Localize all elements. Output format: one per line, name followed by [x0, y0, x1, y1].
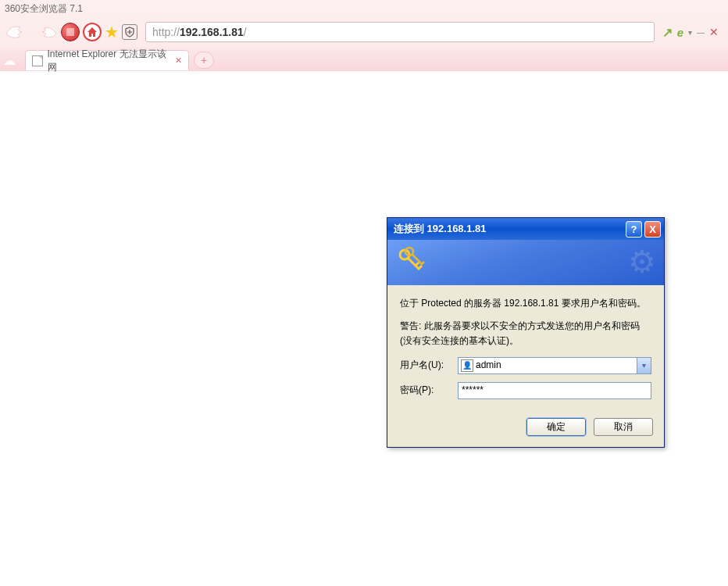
keys-icon	[397, 245, 428, 280]
menu-dropdown-icon[interactable]: —	[697, 28, 705, 37]
ok-button[interactable]: 确定	[526, 418, 586, 436]
auth-dialog: 连接到 192.168.1.81 ? X ⚙ 位于 Protected 的服务器…	[387, 217, 665, 448]
dialog-footer: 确定 取消	[387, 410, 664, 447]
dialog-banner: ⚙	[387, 240, 664, 285]
tab-label: Internet Explorer 无法显示该网	[48, 48, 170, 74]
dialog-title: 连接到 192.168.1.81	[391, 222, 623, 236]
favorites-icon[interactable]: ★	[105, 23, 119, 41]
cloud-icon[interactable]: ☁	[3, 53, 22, 67]
window-close-icon[interactable]: ✕	[709, 26, 719, 38]
tab-active[interactable]: Internet Explorer 无法显示该网 ✕	[25, 50, 189, 70]
dialog-message-1: 位于 Protected 的服务器 192.168.1.81 要求用户名和密码。	[400, 296, 651, 311]
username-dropdown-icon[interactable]: ▾	[637, 358, 651, 373]
window-title: 360安全浏览器 7.1	[5, 2, 83, 16]
back-wing-icon[interactable]	[5, 23, 33, 41]
stop-icon[interactable]	[61, 23, 80, 41]
dialog-message-2: 警告: 此服务器要求以不安全的方式发送您的用户名和密码(没有安全连接的基本认证)…	[400, 319, 651, 348]
password-row: 密码(P): ******	[400, 382, 651, 399]
banner-decoration: ⚙	[628, 244, 656, 280]
username-value: admin	[476, 358, 501, 373]
address-bar[interactable]: http://192.168.1.81/	[145, 22, 655, 42]
username-label: 用户名(U):	[400, 358, 458, 373]
url-protocol: http://	[152, 26, 180, 38]
password-field[interactable]: ******	[458, 382, 651, 399]
cancel-button[interactable]: 取消	[594, 418, 653, 436]
dialog-close-button[interactable]: X	[644, 221, 661, 238]
share-icon[interactable]: ↗	[662, 25, 673, 40]
window-title-bar: 360安全浏览器 7.1	[0, 0, 728, 17]
toolbar: ★ http://192.168.1.81/ ↗ e ▾ — ✕	[0, 17, 728, 47]
password-value: ******	[462, 383, 484, 398]
toolbar-right: ↗ e ▾ — ✕	[662, 25, 723, 40]
security-shield-icon[interactable]	[122, 24, 137, 40]
tab-close-icon[interactable]: ✕	[175, 55, 182, 66]
forward-wing-icon[interactable]	[36, 23, 58, 41]
new-tab-button[interactable]: +	[194, 52, 214, 69]
dialog-titlebar[interactable]: 连接到 192.168.1.81 ? X	[387, 218, 664, 240]
username-row: 用户名(U): 👤 admin ▾	[400, 357, 651, 374]
home-icon[interactable]	[83, 23, 102, 41]
compat-engine-icon[interactable]: e	[677, 26, 683, 39]
tab-strip: ☁ Internet Explorer 无法显示该网 ✕ +	[0, 47, 728, 70]
help-button[interactable]: ?	[626, 221, 642, 238]
dialog-body: 位于 Protected 的服务器 192.168.1.81 要求用户名和密码。…	[387, 285, 664, 410]
password-label: 密码(P):	[400, 383, 458, 398]
url-host: 192.168.1.81	[180, 26, 244, 38]
url-path: /	[244, 26, 247, 38]
page-icon	[32, 55, 43, 66]
username-field[interactable]: 👤 admin ▾	[458, 357, 651, 374]
browser-chrome: 360安全浏览器 7.1 ★ http://192.168.1.81/ ↗ e …	[0, 0, 728, 71]
user-icon: 👤	[461, 359, 473, 372]
engine-dropdown-icon[interactable]: ▾	[688, 28, 692, 37]
